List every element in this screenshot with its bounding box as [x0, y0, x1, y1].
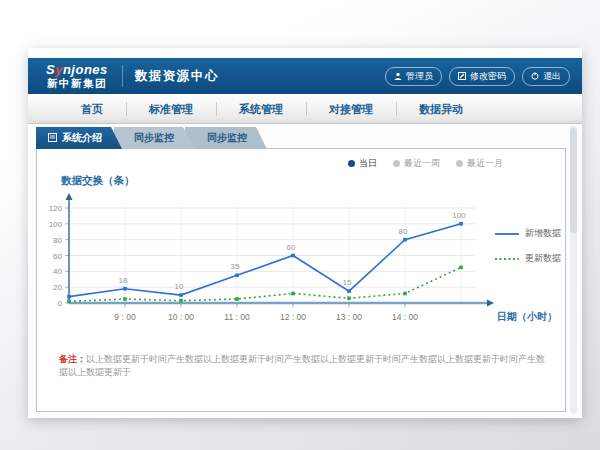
- solid-line-swatch-icon: [495, 229, 519, 239]
- svg-text:9 : 00: 9 : 00: [114, 312, 136, 322]
- radio-dot-icon: [393, 160, 400, 167]
- time-range-radios: 当日 最近一周 最近一月: [348, 157, 503, 170]
- app-title: 数据资源中心: [135, 68, 219, 85]
- svg-text:13 : 00: 13 : 00: [336, 312, 362, 322]
- dotted-line-swatch-icon: [495, 254, 519, 264]
- nav-item-data-change[interactable]: 数据异动: [396, 94, 486, 124]
- tab-system-intro[interactable]: 系统介绍: [36, 127, 122, 149]
- radio-last-month[interactable]: 最近一月: [456, 157, 503, 170]
- logo-subtitle: 新中新集团: [46, 78, 108, 89]
- header-actions: 管理员 修改密码 退出: [385, 67, 570, 86]
- vertical-scrollbar[interactable]: [570, 126, 577, 414]
- app-window: Synjones 新中新集团 数据资源中心 管理员 修改密码 退出: [28, 48, 582, 418]
- y-axis-title: 数据交换（条）: [61, 174, 135, 188]
- svg-text:60: 60: [53, 252, 62, 261]
- footnote-text: 以上数据更新于时间产生数据以上数据更新于时间产生数据以上数据更新于时间产生数据以…: [59, 354, 545, 377]
- svg-text:11 : 00: 11 : 00: [224, 312, 250, 322]
- company-logo[interactable]: Synjones 新中新集团: [46, 63, 108, 90]
- svg-text:20: 20: [53, 283, 62, 292]
- app-header: Synjones 新中新集团 数据资源中心 管理员 修改密码 退出: [28, 58, 582, 94]
- current-user-label: 管理员: [406, 70, 433, 83]
- logout-button[interactable]: 退出: [522, 67, 570, 86]
- chart-svg: 0204060801001209 : 0010 : 0011 : 0012 : …: [37, 193, 567, 341]
- chart-legend: 新增数据 更新数据: [495, 227, 561, 277]
- radio-dot-icon: [348, 160, 355, 167]
- svg-text:100: 100: [452, 211, 466, 220]
- header-divider: [122, 65, 123, 87]
- svg-text:15: 15: [343, 278, 352, 287]
- tab-label: 同步监控: [207, 131, 247, 145]
- content-area: 系统介绍 同步监控 同步监控 当日: [28, 124, 582, 418]
- footnote-prefix: 备注：: [59, 354, 86, 364]
- main-nav: 首页 标准管理 系统管理 对接管理 数据异动: [28, 94, 582, 124]
- svg-text:日期（小时）: 日期（小时）: [497, 311, 557, 322]
- document-icon: [48, 133, 57, 144]
- chart-card: 当日 最近一周 最近一月 数据交换（条） 0204060801001209 : …: [36, 148, 566, 412]
- nav-item-system-mgmt[interactable]: 系统管理: [216, 94, 306, 124]
- tab-sync-monitor-2[interactable]: 同步监控: [185, 127, 267, 149]
- change-password-label: 修改密码: [470, 70, 506, 83]
- nav-item-integration-mgmt[interactable]: 对接管理: [306, 94, 396, 124]
- logo-wordmark: Synjones: [46, 63, 108, 77]
- user-icon: [394, 72, 402, 80]
- tab-label: 系统介绍: [62, 131, 102, 145]
- svg-text:80: 80: [399, 227, 408, 236]
- legend-label: 新增数据: [525, 227, 561, 240]
- svg-text:60: 60: [287, 243, 296, 252]
- legend-item-update-data: 更新数据: [495, 252, 561, 265]
- change-password-button[interactable]: 修改密码: [449, 67, 515, 86]
- legend-label: 更新数据: [525, 252, 561, 265]
- current-user-button[interactable]: 管理员: [385, 67, 442, 86]
- radio-dot-icon: [456, 160, 463, 167]
- scrollbar-thumb[interactable]: [570, 128, 577, 233]
- svg-text:0: 0: [58, 299, 63, 308]
- legend-item-new-data: 新增数据: [495, 227, 561, 240]
- radio-label: 当日: [359, 157, 377, 170]
- tab-label: 同步监控: [134, 131, 174, 145]
- tab-bar: 系统介绍 同步监控 同步监控: [36, 127, 267, 149]
- svg-text:100: 100: [49, 220, 63, 229]
- edit-icon: [458, 72, 466, 80]
- nav-item-standard-mgmt[interactable]: 标准管理: [126, 94, 216, 124]
- svg-text:10: 10: [175, 282, 184, 291]
- radio-last-week[interactable]: 最近一周: [393, 157, 440, 170]
- power-icon: [531, 72, 539, 80]
- radio-label: 最近一月: [467, 157, 503, 170]
- svg-text:40: 40: [53, 267, 62, 276]
- page-background: Synjones 新中新集团 数据资源中心 管理员 修改密码 退出: [0, 0, 600, 450]
- radio-label: 最近一周: [404, 157, 440, 170]
- svg-text:80: 80: [53, 236, 62, 245]
- svg-text:120: 120: [49, 204, 63, 213]
- svg-text:12 : 00: 12 : 00: [280, 312, 306, 322]
- svg-text:18: 18: [119, 276, 128, 285]
- footnote: 备注：以上数据更新于时间产生数据以上数据更新于时间产生数据以上数据更新于时间产生…: [59, 353, 549, 378]
- nav-item-home[interactable]: 首页: [58, 94, 126, 124]
- tab-sync-monitor-1[interactable]: 同步监控: [114, 127, 194, 149]
- logout-label: 退出: [543, 70, 561, 83]
- svg-text:35: 35: [231, 262, 240, 271]
- svg-text:10 : 00: 10 : 00: [168, 312, 194, 322]
- radio-today[interactable]: 当日: [348, 157, 377, 170]
- svg-text:14 : 00: 14 : 00: [392, 312, 418, 322]
